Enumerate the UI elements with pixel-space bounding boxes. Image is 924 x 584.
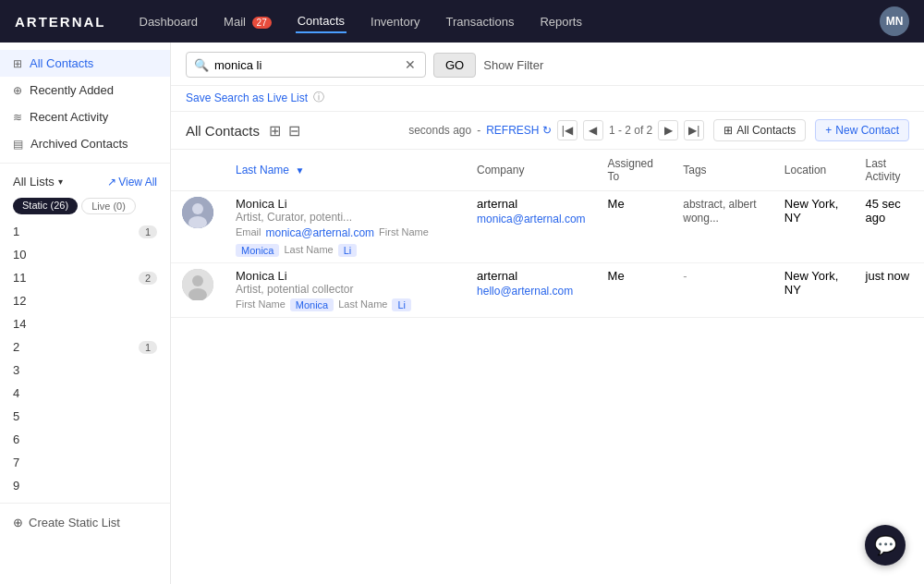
last-page-button[interactable]: ▶|	[684, 120, 704, 140]
tags-cell-2: -	[672, 263, 773, 318]
list-item-12[interactable]: 12	[0, 289, 170, 312]
contacts-table-wrap: Last Name ▼ Company Assigned To Tags Loc…	[171, 150, 924, 584]
refresh-button[interactable]: REFRESH ↻	[486, 124, 552, 137]
sidebar: ⊞ All Contacts ⊕ Recently Added ≋ Recent…	[0, 43, 171, 584]
last-activity-cell-1: 45 sec ago	[855, 191, 924, 263]
col-last-name[interactable]: Last Name ▼	[225, 150, 466, 191]
table-row[interactable]: Monica Li Artist, Curator, potenti... Em…	[171, 191, 924, 263]
nav-reports[interactable]: Reports	[538, 11, 584, 32]
table-row[interactable]: Monica Li Artist, potential collector Fi…	[171, 263, 924, 318]
list-header: All Contacts ⊞ ⊟ seconds ago - REFRESH ↻…	[171, 112, 924, 150]
view-all-link[interactable]: ↗View All	[107, 176, 157, 189]
list-item-1[interactable]: 1 1	[0, 220, 170, 243]
list-item-2[interactable]: 2 1	[0, 335, 170, 359]
main-layout: ⊞ All Contacts ⊕ Recently Added ≋ Recent…	[0, 43, 924, 584]
tags-cell-1: abstract, albert wong...	[672, 191, 773, 263]
name-cell-1: Monica Li Artist, Curator, potenti... Em…	[225, 191, 466, 263]
list-item-11[interactable]: 11 2	[0, 266, 170, 289]
list-item-10[interactable]: 10	[0, 243, 170, 266]
avatar-image-1	[182, 197, 213, 228]
sidebar-divider-2	[0, 503, 170, 504]
search-input-wrap: 🔍 ✕	[186, 52, 426, 78]
logo: ARTERNAL	[15, 14, 106, 30]
location-cell-1: New York, NY	[773, 191, 855, 263]
show-filter-button[interactable]: Show Filter	[483, 58, 543, 72]
all-lists-label[interactable]: All Lists ▾	[13, 175, 63, 189]
list-item-9[interactable]: 9	[0, 474, 170, 497]
list-item-6[interactable]: 6	[0, 428, 170, 451]
col-location[interactable]: Location	[773, 150, 855, 191]
match-tags-2: First Name Monica Last Name Li	[236, 298, 455, 311]
contact-name-2: Monica Li	[236, 269, 455, 283]
avatar-1	[182, 197, 213, 228]
contact-desc-1: Artist, Curator, potenti...	[236, 211, 455, 224]
col-company[interactable]: Company	[466, 150, 597, 191]
avatar-placeholder-2	[182, 269, 213, 300]
topnav: ARTERNAL Dashboard Mail 27 Contacts Inve…	[0, 0, 924, 43]
recent-activity-icon: ≋	[13, 111, 22, 124]
save-search-row: Save Search as Live List ⓘ	[171, 86, 924, 112]
header-view-icons: ⊞ ⊟	[269, 122, 300, 140]
nav-mail[interactable]: Mail 27	[222, 11, 274, 32]
avatar-cell-1	[171, 191, 225, 263]
col-tags[interactable]: Tags	[672, 150, 773, 191]
sidebar-divider	[0, 163, 170, 164]
next-page-button[interactable]: ▶	[658, 120, 678, 140]
new-contact-icon: +	[825, 124, 832, 137]
new-contact-button[interactable]: + New Contact	[815, 119, 909, 141]
clear-search-button[interactable]: ✕	[403, 57, 418, 72]
mail-badge: 27	[252, 17, 272, 29]
first-name-tag-2: Monica	[290, 298, 334, 311]
nav-inventory[interactable]: Inventory	[369, 11, 421, 32]
contact-desc-2: Artist, potential collector	[236, 283, 455, 296]
user-avatar[interactable]: MN	[880, 6, 909, 36]
list-item-4[interactable]: 4	[0, 382, 170, 405]
search-bar: 🔍 ✕ GO Show Filter	[171, 43, 924, 86]
list-item-3[interactable]: 3	[0, 359, 170, 382]
last-name-tag-2: Li	[392, 298, 411, 311]
company-email-2: hello@arternal.com	[477, 285, 586, 298]
sidebar-item-archived[interactable]: ▤ Archived Contacts	[0, 130, 170, 157]
list-item-5[interactable]: 5	[0, 405, 170, 428]
all-lists-row: All Lists ▾ ↗View All	[0, 169, 170, 194]
col-last-activity[interactable]: Last Activity	[855, 150, 924, 191]
prev-page-button[interactable]: ◀	[583, 120, 603, 140]
contact-name-1: Monica Li	[236, 197, 455, 211]
nav-contacts[interactable]: Contacts	[296, 10, 346, 33]
grid-view-icon[interactable]: ⊞	[269, 122, 281, 140]
recently-added-icon: ⊕	[13, 84, 22, 97]
pagination-info: seconds ago - REFRESH ↻ |◀ ◀ 1 - 2 of 2 …	[408, 120, 704, 140]
save-search-link[interactable]: Save Search as Live List	[186, 91, 308, 104]
name-cell-2: Monica Li Artist, potential collector Fi…	[225, 263, 466, 318]
list-item-14[interactable]: 14	[0, 312, 170, 335]
go-button[interactable]: GO	[433, 53, 476, 78]
sidebar-item-all-contacts[interactable]: ⊞ All Contacts	[0, 50, 170, 77]
static-live-tabs: Static (26) Live (0)	[13, 198, 157, 214]
sidebar-item-recent-activity[interactable]: ≋ Recent Activity	[0, 103, 170, 130]
chevron-down-icon: ▾	[58, 176, 63, 187]
all-contacts-filter-button[interactable]: ⊞ All Contacts	[713, 119, 806, 141]
list-view-icon[interactable]: ⊟	[288, 122, 300, 140]
col-assigned-to[interactable]: Assigned To	[597, 150, 673, 191]
chat-icon: 💬	[874, 534, 897, 556]
chat-button[interactable]: 💬	[865, 525, 906, 566]
avatar-2	[182, 269, 213, 300]
static-tab[interactable]: Static (26)	[13, 198, 78, 214]
nav-transactions[interactable]: Transactions	[444, 11, 517, 32]
contacts-icon: ⊞	[13, 57, 22, 70]
create-static-list-button[interactable]: ⊕ Create Static List	[0, 509, 170, 536]
list-item-7[interactable]: 7	[0, 451, 170, 474]
sidebar-item-recently-added[interactable]: ⊕ Recently Added	[0, 77, 170, 103]
last-activity-cell-2: just now	[855, 263, 924, 318]
avatar-cell-2	[171, 263, 225, 318]
live-tab[interactable]: Live (0)	[81, 198, 136, 214]
first-name-tag-1: Monica	[236, 244, 279, 257]
first-page-button[interactable]: |◀	[557, 120, 578, 140]
plus-icon: ⊕	[13, 516, 23, 529]
svg-point-1	[192, 203, 203, 214]
nav-dashboard[interactable]: Dashboard	[138, 11, 201, 32]
search-input[interactable]	[214, 58, 397, 72]
search-icon: 🔍	[194, 58, 209, 72]
company-cell-1: arternal monica@arternal.com	[466, 191, 597, 263]
svg-point-4	[192, 275, 203, 286]
